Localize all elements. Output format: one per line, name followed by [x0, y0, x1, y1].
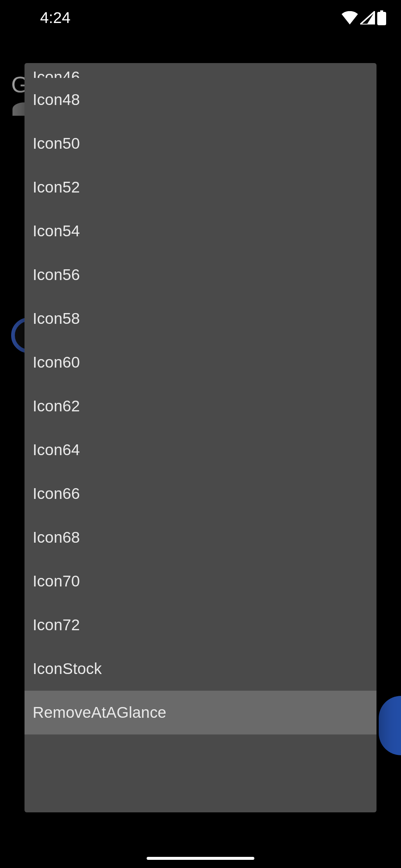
option-label: Icon68	[33, 529, 80, 546]
option-label: Icon70	[33, 572, 80, 590]
option-label: RemoveAtAGlance	[33, 704, 166, 721]
option-item[interactable]: Icon72	[25, 603, 376, 647]
option-label: Icon58	[33, 310, 80, 328]
option-item[interactable]: Icon66	[25, 472, 376, 516]
option-item[interactable]: IconStock	[25, 647, 376, 691]
options-scroll[interactable]: Icon46 Icon48 Icon50 Icon52 Icon54 Icon5…	[25, 63, 376, 812]
wifi-icon	[342, 11, 358, 24]
option-item[interactable]: Icon56	[25, 253, 376, 297]
option-label: Icon72	[33, 616, 80, 634]
option-item[interactable]: Icon70	[25, 559, 376, 603]
cell-signal-icon	[360, 11, 375, 24]
option-label: Icon52	[33, 178, 80, 196]
status-icons	[342, 10, 386, 25]
options-popup: Icon46 Icon48 Icon50 Icon52 Icon54 Icon5…	[25, 63, 376, 812]
option-label: Icon62	[33, 397, 80, 415]
status-time: 4:24	[40, 9, 71, 27]
option-item[interactable]: Icon46	[25, 63, 376, 78]
option-label: Icon50	[33, 135, 80, 152]
gesture-nav-handle[interactable]	[147, 857, 254, 860]
option-label: Icon56	[33, 266, 80, 284]
option-item[interactable]: Icon48	[25, 78, 376, 122]
option-label: Icon54	[33, 222, 80, 240]
option-item[interactable]: Icon50	[25, 122, 376, 165]
background-fab	[379, 696, 401, 755]
option-item[interactable]: Icon68	[25, 516, 376, 559]
status-bar: 4:24	[0, 0, 401, 36]
option-item[interactable]: Icon60	[25, 341, 376, 384]
option-label: Icon64	[33, 441, 80, 459]
battery-icon	[377, 10, 386, 25]
option-item[interactable]: Icon54	[25, 209, 376, 253]
option-item[interactable]: Icon58	[25, 297, 376, 341]
svg-rect-1	[377, 12, 386, 25]
option-label: Icon46	[33, 68, 80, 78]
option-label: Icon66	[33, 485, 80, 503]
option-item-selected[interactable]: RemoveAtAGlance	[25, 691, 376, 734]
option-item[interactable]: Icon62	[25, 384, 376, 428]
option-label: Icon48	[33, 91, 80, 109]
option-label: Icon60	[33, 354, 80, 371]
option-item[interactable]: Icon64	[25, 428, 376, 472]
option-item[interactable]: Icon52	[25, 165, 376, 209]
svg-rect-0	[380, 10, 383, 12]
option-label: IconStock	[33, 660, 102, 678]
